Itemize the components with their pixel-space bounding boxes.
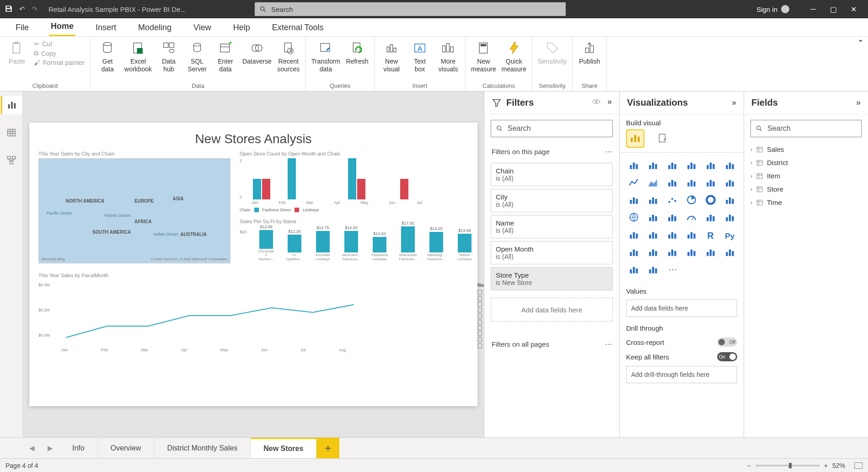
build-mode-button[interactable] — [626, 129, 644, 148]
next-page-button[interactable]: ▶ — [41, 438, 59, 458]
filters-search[interactable]: Search — [491, 120, 613, 137]
collapse-ribbon-button[interactable]: ⌃ — [853, 37, 868, 91]
viz-type-decomp[interactable] — [645, 245, 661, 259]
viz-type-qa[interactable] — [664, 245, 680, 259]
viz-type-stacked-area[interactable] — [664, 176, 680, 189]
field-table-item[interactable]: ›Item — [744, 169, 868, 182]
filter-card-chain[interactable]: Chainis (All) — [491, 163, 613, 186]
minimize-button[interactable]: ─ — [803, 5, 823, 13]
tab-home[interactable]: Home — [49, 19, 75, 36]
collapse-filters-icon[interactable]: » — [607, 97, 612, 108]
save-icon[interactable] — [5, 5, 13, 14]
cross-report-toggle[interactable]: Off — [717, 338, 737, 347]
tab-help[interactable]: Help — [231, 20, 252, 36]
viz-type-funnel[interactable] — [645, 193, 661, 207]
viz-type-paginated[interactable] — [703, 245, 718, 259]
get-data-button[interactable]: Get data — [96, 40, 119, 73]
keep-filters-toggle[interactable]: On — [717, 352, 737, 361]
publish-button[interactable]: Publish — [578, 40, 601, 65]
new-measure-button[interactable]: New measure — [471, 40, 496, 73]
refresh-button[interactable]: Refresh — [346, 40, 369, 65]
filters-dropzone[interactable]: Add data fields here — [491, 298, 613, 322]
format-mode-button[interactable] — [654, 129, 672, 148]
viz-type-pie[interactable] — [684, 193, 699, 207]
values-dropzone[interactable]: Add data fields here — [626, 300, 737, 317]
sensitivity-button[interactable]: Sensitivity — [538, 40, 567, 65]
filter-card-name[interactable]: Nameis (All) — [491, 215, 613, 238]
viz-type-line-col[interactable] — [684, 176, 699, 189]
format-painter-button[interactable]: 🖌Format painter — [34, 59, 85, 66]
viz-type-python[interactable]: Py — [722, 228, 738, 241]
viz-type-ribbon[interactable] — [722, 176, 738, 189]
more-icon[interactable]: ⋯ — [605, 147, 612, 156]
collapse-fields-icon[interactable]: » — [856, 98, 861, 107]
field-table-store[interactable]: ›Store — [744, 182, 868, 196]
model-view-button[interactable] — [1, 151, 22, 169]
page-tab-info[interactable]: Info — [59, 438, 98, 458]
fields-search[interactable]: Search — [750, 120, 862, 137]
viz-type-key-infl[interactable] — [626, 245, 642, 259]
recent-sources-button[interactable]: Recent sources — [277, 40, 300, 73]
undo-icon[interactable]: ↶ — [19, 5, 25, 13]
viz-type-100-column[interactable] — [722, 158, 738, 172]
report-view-button[interactable] — [1, 96, 22, 114]
viz-type-more[interactable]: ⋯ — [664, 263, 680, 276]
global-search[interactable]: Search — [255, 2, 566, 16]
viz-type-clustered-bar[interactable] — [645, 158, 661, 172]
page-tab-overview[interactable]: Overview — [98, 438, 155, 458]
more-icon[interactable]: ⋯ — [605, 340, 612, 348]
field-table-time[interactable]: ›Time — [744, 196, 868, 209]
map-visual[interactable]: This Year Sales by City and Chain NORTH … — [38, 151, 230, 263]
tab-file[interactable]: File — [14, 20, 31, 36]
viz-type-stacked-bar[interactable] — [626, 158, 642, 172]
data-view-button[interactable] — [1, 123, 22, 142]
drill-dropzone[interactable]: Add drill-through fields here — [626, 366, 737, 383]
viz-type-power-automate[interactable] — [626, 263, 642, 276]
viz-type-clustered-column[interactable] — [684, 158, 699, 172]
signin-button[interactable]: Sign in — [756, 5, 789, 13]
viz-type-stacked-column[interactable] — [664, 158, 680, 172]
zoom-in-button[interactable]: + — [824, 462, 828, 469]
redo-icon[interactable]: ↷ — [32, 5, 38, 13]
copy-button[interactable]: ⧉Copy — [34, 49, 85, 57]
field-table-district[interactable]: ›District — [744, 156, 868, 169]
filter-card-city[interactable]: Cityis (All) — [491, 189, 613, 212]
cut-button[interactable]: ✂Cut — [34, 40, 85, 48]
viz-type-table[interactable] — [664, 228, 680, 241]
viz-type-slicer[interactable] — [645, 228, 661, 241]
viz-type-multi-card[interactable] — [722, 210, 738, 224]
viz-type-card[interactable] — [703, 210, 718, 224]
tab-modeling[interactable]: Modeling — [136, 20, 173, 36]
filter-card-store-type[interactable]: Store Typeis New Store — [491, 267, 613, 290]
enter-data-button[interactable]: +Enter data — [214, 40, 237, 73]
viz-type-100-bar[interactable] — [703, 158, 718, 172]
viz-type-area[interactable] — [645, 176, 661, 189]
text-box-button[interactable]: AText box — [408, 40, 431, 73]
maximize-button[interactable]: ▢ — [823, 5, 843, 14]
fit-page-button[interactable] — [854, 462, 863, 469]
eye-icon[interactable] — [592, 97, 601, 108]
viz-type-matrix[interactable] — [684, 228, 699, 241]
viz-type-line[interactable] — [626, 176, 642, 189]
viz-type-line-col2[interactable] — [703, 176, 718, 189]
viz-type-gauge[interactable] — [684, 210, 699, 224]
viz-type-map[interactable] — [626, 210, 642, 224]
transform-data-button[interactable]: Transform data — [311, 40, 340, 73]
viz-type-power-apps[interactable] — [722, 245, 738, 259]
viz-type-kpi[interactable] — [626, 228, 642, 241]
line-chart-visual[interactable]: This Year Sales by FiscalMonth $0.4M $0.… — [38, 273, 468, 356]
quick-measure-button[interactable]: Quick measure — [502, 40, 526, 73]
viz-type-azure-map[interactable] — [664, 210, 680, 224]
zoom-out-button[interactable]: − — [747, 462, 751, 469]
tab-insert[interactable]: Insert — [94, 20, 118, 36]
add-page-button[interactable]: + — [316, 438, 339, 458]
viz-type-scatter[interactable] — [664, 193, 680, 207]
report-canvas-area[interactable]: New Stores Analysis This Year Sales by C… — [23, 91, 484, 437]
excel-button[interactable]: Excel workbook — [124, 40, 152, 73]
zoom-slider[interactable] — [755, 465, 820, 467]
viz-type-treemap[interactable] — [722, 193, 738, 207]
page-tab-district[interactable]: District Monthly Sales — [154, 438, 251, 458]
paste-button[interactable]: Paste — [5, 40, 28, 65]
viz-type-narrative[interactable] — [684, 245, 699, 259]
viz-type-filled-map[interactable] — [645, 210, 661, 224]
